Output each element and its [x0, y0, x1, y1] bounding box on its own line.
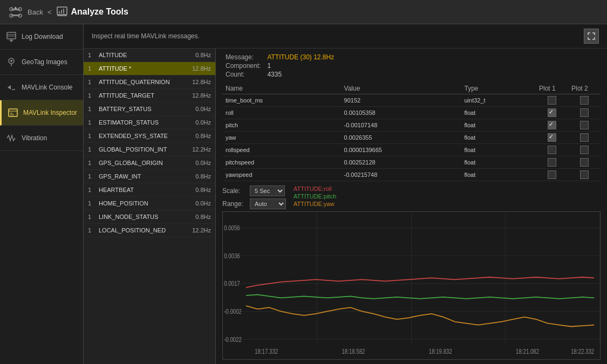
scale-range-controls: Scale: 5 Sec 10 Sec 30 Sec Range: — [222, 186, 286, 209]
field-plot1[interactable] — [536, 144, 568, 156]
message-info: Message: ATTITUDE (30) 12.8Hz Component:… — [222, 53, 601, 79]
sidebar-item-vibration[interactable]: Vibration — [0, 126, 83, 151]
field-plot1[interactable] — [536, 119, 568, 132]
sidebar: Log Download GeoTag Images MAVLink Cons — [0, 24, 84, 364]
field-value: 0.0000139665 — [341, 144, 461, 156]
sidebar-item-mavlink-inspector[interactable]: MAVLink Inspector — [0, 100, 83, 126]
svg-rect-6 — [11, 15, 20, 16]
message-list[interactable]: 1 ALTITUDE 0.8Hz 1 ATTITUDE * 12.8Hz 1 A… — [84, 49, 216, 364]
field-plot2[interactable] — [568, 94, 601, 107]
plot1-checkbox[interactable] — [548, 96, 556, 105]
field-name: pitchspeed — [222, 156, 341, 169]
plot2-checkbox[interactable] — [580, 170, 589, 179]
sidebar-item-log-download[interactable]: Log Download — [0, 24, 83, 50]
message-list-item[interactable]: 1 ATTITUDE_QUATERNION 12.8Hz — [84, 75, 215, 89]
field-plot1[interactable] — [536, 107, 568, 119]
field-plot2[interactable] — [568, 156, 601, 169]
plot1-checkbox[interactable] — [548, 146, 556, 154]
content-header: Inspect real time MAVLink messages. — [84, 24, 607, 49]
field-value: -0.00215748 — [341, 169, 461, 181]
plot1-checkbox[interactable] — [548, 170, 556, 179]
plot1-checkbox[interactable] — [548, 133, 556, 142]
svg-rect-7 — [57, 7, 67, 15]
sidebar-label-inspector: MAVLink Inspector — [23, 109, 77, 116]
plot2-checkbox[interactable] — [580, 158, 589, 167]
sidebar-item-geotag-images[interactable]: GeoTag Images — [0, 50, 83, 75]
msg-name: ATTITUDE_QUATERNION — [99, 79, 192, 85]
field-name: yaw — [222, 132, 341, 144]
msg-freq: 12.8Hz — [192, 79, 211, 85]
message-list-item[interactable]: 1 GLOBAL_POSITION_INT 12.2Hz — [84, 143, 215, 156]
message-list-item[interactable]: 1 LOCAL_POSITION_NED 12.2Hz — [84, 224, 215, 237]
plot1-checkbox[interactable] — [548, 108, 556, 117]
field-type: float — [461, 156, 536, 169]
field-type: float — [461, 144, 536, 156]
chart-area: Scale: 5 Sec 10 Sec 30 Sec Range: — [222, 186, 601, 360]
field-value: 90152 — [341, 94, 461, 107]
sidebar-item-mavlink-console[interactable]: MAVLink Console — [0, 75, 83, 100]
message-list-item[interactable]: 1 LINK_NODE_STATUS 0.8Hz — [84, 210, 215, 224]
count-value: 4335 — [264, 70, 337, 79]
msg-name: ATTITUDE_TARGET — [99, 92, 192, 99]
message-list-item[interactable]: 1 BATTERY_STATUS 0.0Hz — [84, 102, 215, 116]
field-plot2[interactable] — [568, 132, 601, 144]
msg-freq: 0.0Hz — [195, 200, 211, 207]
field-plot1[interactable] — [536, 94, 568, 107]
svg-text:18:17.332: 18:17.332 — [255, 347, 278, 355]
field-plot2[interactable] — [568, 144, 601, 156]
message-list-item[interactable]: 1 ATTITUDE * 12.8Hz — [84, 62, 215, 75]
message-list-item[interactable]: 1 GPS_GLOBAL_ORIGIN 0.0Hz — [84, 156, 215, 170]
msg-count: 1 — [88, 200, 94, 207]
expand-button[interactable] — [584, 29, 599, 44]
svg-text:18:19.832: 18:19.832 — [429, 347, 452, 355]
msg-count: 1 — [88, 119, 94, 126]
svg-text:18:22.332: 18:22.332 — [571, 347, 594, 355]
range-select[interactable]: Auto Manual — [250, 198, 286, 209]
message-list-item[interactable]: 1 ESTIMATOR_STATUS 0.0Hz — [84, 116, 215, 129]
chart-legend: ATTITUDE:rollATTITUDE:pitchATTITUDE:yaw — [294, 186, 336, 207]
message-list-item[interactable]: 1 ALTITUDE 0.8Hz — [84, 49, 215, 62]
msg-freq: 12.2Hz — [192, 227, 211, 233]
message-list-item[interactable]: 1 GPS_RAW_INT 0.8Hz — [84, 170, 215, 183]
sidebar-label-console: MAVLink Console — [22, 84, 73, 91]
field-value: 0.00252128 — [341, 156, 461, 169]
field-plot1[interactable] — [536, 156, 568, 169]
col-value: Value — [341, 83, 461, 94]
back-button[interactable]: Back — [28, 8, 43, 16]
plot1-checkbox[interactable] — [548, 121, 556, 129]
field-plot2[interactable] — [568, 119, 601, 132]
legend-label: ATTITUDE:roll — [294, 186, 332, 192]
plot2-checkbox[interactable] — [580, 133, 589, 142]
field-plot1[interactable] — [536, 169, 568, 181]
svg-text:0.0056: 0.0056 — [224, 223, 240, 231]
svg-rect-21 — [9, 109, 17, 116]
svg-text:0.0036: 0.0036 — [224, 251, 240, 259]
message-list-item[interactable]: 1 HEARTBEAT 0.8Hz — [84, 183, 215, 197]
plot1-checkbox[interactable] — [548, 158, 556, 167]
msg-count: 1 — [88, 214, 94, 220]
plot2-checkbox[interactable] — [580, 108, 589, 117]
plot2-checkbox[interactable] — [580, 146, 589, 154]
svg-text:-0.0022: -0.0022 — [224, 335, 242, 343]
msg-count: 1 — [88, 227, 94, 233]
plot2-checkbox[interactable] — [580, 96, 589, 105]
message-list-item[interactable]: 1 ATTITUDE_TARGET 12.8Hz — [84, 89, 215, 102]
plot2-checkbox[interactable] — [580, 121, 589, 129]
svg-text:0.0017: 0.0017 — [224, 279, 240, 287]
field-plot2[interactable] — [568, 107, 601, 119]
msg-freq: 0.8Hz — [195, 133, 211, 139]
message-label: Message: — [222, 53, 264, 61]
field-row: pitch -0.00107148 float — [222, 119, 601, 132]
message-list-item[interactable]: 1 EXTENDED_SYS_STATE 0.8Hz — [84, 129, 215, 143]
msg-count: 1 — [88, 146, 94, 153]
chart-controls: Scale: 5 Sec 10 Sec 30 Sec Range: — [222, 186, 601, 209]
legend-item: ATTITUDE:yaw — [294, 201, 336, 207]
scale-select[interactable]: 5 Sec 10 Sec 30 Sec — [250, 186, 285, 196]
log-download-icon — [5, 31, 17, 43]
msg-freq: 0.8Hz — [195, 187, 211, 193]
msg-freq: 12.8Hz — [192, 92, 211, 99]
field-plot2[interactable] — [568, 169, 601, 181]
content-body: 1 ALTITUDE 0.8Hz 1 ATTITUDE * 12.8Hz 1 A… — [84, 49, 607, 364]
field-plot1[interactable] — [536, 132, 568, 144]
message-list-item[interactable]: 1 HOME_POSITION 0.0Hz — [84, 197, 215, 210]
